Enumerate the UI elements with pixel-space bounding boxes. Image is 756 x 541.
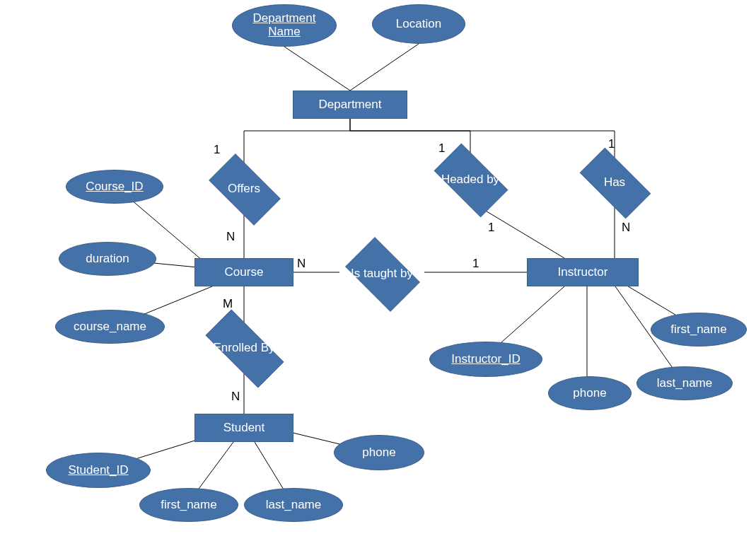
attr-label: Department Name [235,12,333,38]
attr-instructor-phone: phone [548,376,632,410]
attr-instructor-last-name: last_name [636,366,733,400]
attr-department-name: Department Name [232,4,337,47]
attr-duration: duration [59,242,156,276]
card-enrolled-course: M [223,297,233,311]
entity-student: Student [194,414,293,442]
attr-student-phone: phone [334,435,424,470]
rel-label: Offers [228,182,260,196]
attr-label: first_name [670,323,726,337]
attr-label: first_name [161,499,216,512]
rel-label: Has [604,176,625,190]
attr-label: course_name [74,320,146,334]
rel-has: Has [571,159,658,206]
card-has-instr: N [622,221,630,235]
attr-course-id: Course_ID [66,170,163,204]
attr-student-last-name: last_name [244,488,343,522]
attr-instructor-first-name: first_name [651,313,747,347]
rel-label: Headed by [441,173,499,187]
attr-location: Location [372,4,465,44]
rel-is-taught-by: Is taught by [339,246,424,301]
attr-label: Instructor_ID [451,353,520,366]
rel-label: Enrolled By [214,342,275,355]
attr-label: duration [86,252,129,266]
attr-label: Course_ID [86,180,143,194]
entity-course: Course [194,258,293,286]
attr-label: Student_ID [68,464,128,477]
card-taught-course: N [297,257,306,271]
attr-student-first-name: first_name [139,488,238,522]
card-headed-instr: 1 [488,221,494,235]
entity-label: Department [319,98,382,112]
svg-line-1 [350,44,419,91]
card-offers-course: N [226,230,235,244]
attr-instructor-id: Instructor_ID [429,342,542,377]
attr-course-name: course_name [55,310,165,344]
attr-student-id: Student_ID [46,453,151,488]
card-headed-dep: 1 [438,141,445,156]
attr-label: phone [573,387,606,400]
attr-label: phone [362,446,395,460]
card-enrolled-student: N [231,390,240,404]
rel-enrolled-by: Enrolled By [194,324,293,372]
card-taught-instr: 1 [472,257,479,271]
svg-line-0 [284,47,350,91]
card-offers-dep: 1 [214,143,220,157]
card-has-dep: 1 [608,137,615,151]
entity-instructor: Instructor [527,258,639,286]
entity-department: Department [293,91,407,119]
attr-label: last_name [266,499,321,512]
entity-label: Instructor [558,266,608,279]
rel-headed-by: Headed by [426,154,514,205]
attr-label: last_name [657,377,712,390]
entity-label: Course [225,266,264,279]
rel-label: Is taught by [351,267,413,281]
er-diagram: Department Name Location Department Offe… [0,0,756,541]
rel-offers: Offers [202,164,286,214]
entity-label: Student [223,421,265,435]
attr-label: Location [396,18,441,31]
